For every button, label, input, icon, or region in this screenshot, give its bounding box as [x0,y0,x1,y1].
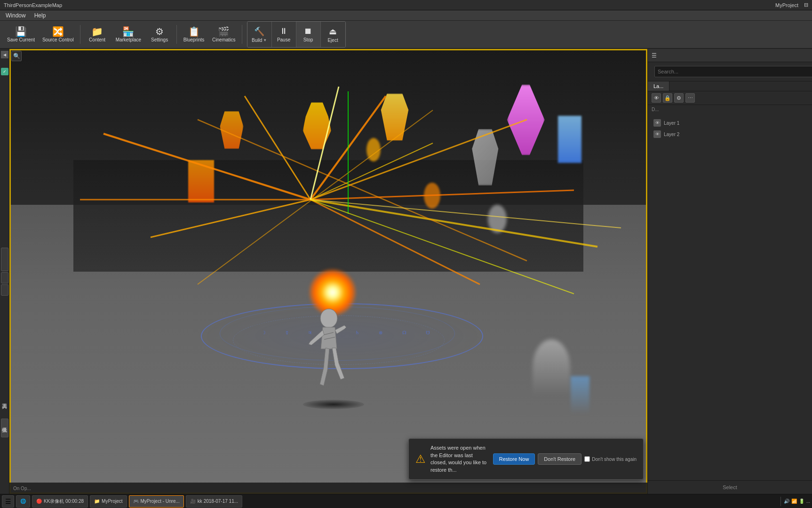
build-icon: 🔨 [254,26,264,37]
panel-section-label: D... [648,105,812,114]
title-bar-left: ThirdPersonExampleMap [4,2,62,8]
title-bar-controls: MyProject ⊟ [775,2,808,8]
restore-icon: ⊟ [804,2,808,8]
main-character [303,306,355,396]
menu-window[interactable]: Window [2,11,30,20]
system-time: ... [806,499,810,504]
source-control-label: Source Control [42,37,74,42]
taskbar-my-project-btn[interactable]: 📁 MyProject [90,495,127,508]
save-current-button[interactable]: 💾 Save Current [4,22,38,47]
tool-button-2[interactable] [1,272,8,283]
menu-help[interactable]: Help [31,11,50,20]
source-control-icon: 🔀 [52,27,64,36]
playback-controls: 🔨 Build ▼ ⏸ Pause ⏹ Stop ⏏ Eject [247,21,346,48]
mode-button-1[interactable]: ✓ [1,68,8,75]
taskbar-chrome-btn[interactable]: 🌐 [16,495,30,508]
kk-recorder-icon: 🔴 [36,499,42,504]
settings-label: Settings [151,37,168,42]
particle-2 [424,183,440,209]
eject-button[interactable]: ⏏ Eject [321,22,345,47]
panel-tab-layers[interactable]: La... [648,81,669,91]
eject-label: Eject [327,38,338,43]
dont-show-again-label[interactable]: Don't show this again [584,456,637,462]
my-project-icon: 📁 [94,499,100,504]
settings-button[interactable]: ⚙ Settings [145,22,174,47]
right-panel-header: ☰ [648,49,812,62]
marketplace-icon: 🏪 [122,27,134,36]
panel-select-text: Select [648,480,812,494]
tray-icon-2: 📶 [791,499,797,504]
restore-now-button[interactable]: Restore Now [493,453,535,465]
notification-text: On Op... [13,486,31,491]
tool-button-1[interactable] [1,248,8,271]
figure-3 [188,160,214,202]
panel-settings-button[interactable]: ⚙ [674,93,684,103]
dont-show-again-text: Don't show this again [592,457,637,462]
kk-video-label: kk 2018-07-17 11... [198,499,238,504]
item-label-1: Layer 1 [664,121,679,126]
stop-button[interactable]: ⏹ Stop [296,22,321,47]
blueprints-icon: 📋 [188,27,200,36]
save-icon: 💾 [15,27,27,36]
cinematics-button[interactable]: 🎬 Cinematics [209,22,239,47]
unreal-label: MyProject - Unre... [141,499,180,504]
chrome-icon: 🌐 [20,499,26,504]
particle-3 [488,205,507,233]
taskbar-kk-video-btn[interactable]: 🎥 kk 2018-07-17 11... [186,495,242,508]
item-icon-2: 👁 [653,130,661,138]
search-container [648,62,812,81]
content-button[interactable]: 📁 Content [83,22,111,47]
viewport[interactable]: ☽☿♃⊕♄⊗☊☋ [9,49,647,494]
panel-icons-row: 👁 🔒 ⚙ ⋯ [648,91,812,105]
panel-item-2[interactable]: 👁 Layer 2 [652,129,808,139]
build-dropdown-arrow: ▼ [263,38,267,42]
right-effect-1 [533,339,570,396]
pause-button[interactable]: ⏸ Pause [272,22,296,47]
restore-message: Assets were open when the Editor was las… [430,444,488,474]
build-button[interactable]: 🔨 Build ▼ [247,22,272,47]
taskbar-start-button[interactable]: ☰ [2,495,14,508]
marketplace-label: Marketplace [116,37,141,42]
toolbar-separator-2 [176,25,177,44]
main-layout: ◀ ✓ 调工具 摄像机 [0,49,812,494]
blueprints-button[interactable]: 📋 Blueprints [180,22,208,47]
item-label-2: Layer 2 [664,132,679,137]
tray-icon-1: 🔊 [784,499,789,504]
item-icon-1: 👁 [653,119,661,127]
kk-video-icon: 🎥 [190,499,196,504]
panel-eye-button[interactable]: 👁 [652,93,661,103]
save-current-label: Save Current [7,37,35,42]
panel-items: 👁 Layer 1 👁 Layer 2 [648,114,812,143]
eject-icon: ⏏ [329,26,337,37]
toolbar: 💾 Save Current 🔀 Source Control 📁 Conten… [0,21,812,49]
restore-dialog-buttons: Restore Now Don't Restore Don't show thi… [493,453,637,465]
stop-label: Stop [303,37,313,42]
cinematics-label: Cinematics [212,37,235,42]
panel-tabs: La... [648,81,812,91]
settings-icon: ⚙ [155,27,164,36]
tool-button-3[interactable] [1,284,8,296]
figure-2 [220,111,243,149]
character-svg [303,306,355,396]
panel-menu-icon: ☰ [652,52,657,59]
title-bar: ThirdPersonExampleMap MyProject ⊟ [0,0,812,10]
stop-icon: ⏹ [304,26,312,36]
taskbar-unreal-btn[interactable]: 🎮 MyProject - Unre... [129,495,184,508]
marketplace-button[interactable]: 🏪 Marketplace [112,22,144,47]
panel-lock-button[interactable]: 🔒 [663,93,672,103]
dont-show-again-checkbox[interactable] [584,456,590,462]
sidebar-collapse-arrow[interactable]: ◀ [1,51,8,58]
dont-restore-button[interactable]: Don't Restore [538,453,581,465]
left-sidebar: ◀ ✓ 调工具 摄像机 [0,49,9,494]
blueprints-label: Blueprints [183,37,204,42]
panel-search-input[interactable] [654,66,812,77]
source-control-button[interactable]: 🔀 Source Control [39,22,77,47]
taskbar-kk-recorder-btn[interactable]: 🔴 KK录像机 00:00:28 [32,495,88,508]
window-title: ThirdPersonExampleMap [4,2,62,8]
toolbar-separator-3 [242,25,242,44]
panel-item-1[interactable]: 👁 Layer 1 [652,118,808,128]
panel-more-button[interactable]: ⋯ [685,93,695,103]
viewport-search-button[interactable]: 🔍 [11,51,22,61]
scene-wall [73,160,584,271]
bottom-tool-1[interactable] [1,419,8,437]
